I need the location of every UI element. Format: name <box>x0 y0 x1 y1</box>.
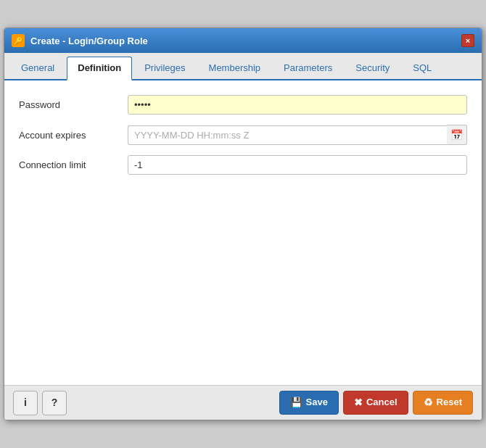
app-icon: 🔑 <box>12 34 25 47</box>
tab-definition[interactable]: Definition <box>67 57 132 80</box>
cancel-button[interactable]: ✖ Cancel <box>343 391 408 415</box>
tab-security[interactable]: Security <box>345 57 400 79</box>
account-expires-input[interactable] <box>128 125 447 145</box>
cancel-icon: ✖ <box>354 396 363 410</box>
tab-membership[interactable]: Membership <box>198 57 272 79</box>
dialog-title: Create - Login/Group Role <box>30 36 148 46</box>
footer-left: i ? <box>13 391 67 415</box>
footer-right: 💾 Save ✖ Cancel ♻ Reset <box>279 391 473 415</box>
reset-button[interactable]: ♻ Reset <box>413 391 473 415</box>
password-input[interactable] <box>128 95 467 115</box>
save-button[interactable]: 💾 Save <box>279 391 339 415</box>
dialog-create-login-group-role: 🔑 Create - Login/Group Role × General De… <box>4 28 482 420</box>
connection-limit-wrapper <box>128 155 467 175</box>
close-button[interactable]: × <box>461 34 474 47</box>
tab-privileges[interactable]: Privileges <box>133 57 196 79</box>
title-bar: 🔑 Create - Login/Group Role × <box>4 28 482 53</box>
help-button[interactable]: ? <box>42 391 67 415</box>
reset-label: Reset <box>437 396 462 409</box>
cancel-label: Cancel <box>366 396 398 409</box>
account-expires-row: Account expires 📅 <box>19 125 467 145</box>
tab-parameters[interactable]: Parameters <box>273 57 343 79</box>
info-button[interactable]: i <box>13 391 38 415</box>
calendar-button[interactable]: 📅 <box>447 125 467 145</box>
account-expires-wrapper: 📅 <box>128 125 467 145</box>
password-row: Password <box>19 95 467 115</box>
password-label: Password <box>19 99 128 110</box>
connection-limit-row: Connection limit <box>19 155 467 175</box>
password-wrapper <box>128 95 467 115</box>
tab-general[interactable]: General <box>10 57 65 79</box>
connection-limit-input[interactable] <box>128 155 467 175</box>
footer: i ? 💾 Save ✖ Cancel ♻ Reset <box>4 385 482 420</box>
account-expires-label: Account expires <box>19 130 128 141</box>
account-expires-input-group: 📅 <box>128 125 467 145</box>
tab-bar: General Definition Privileges Membership… <box>4 53 482 80</box>
tab-sql[interactable]: SQL <box>402 57 442 79</box>
content-area: Password Account expires 📅 Connection li… <box>4 80 482 385</box>
title-bar-left: 🔑 Create - Login/Group Role <box>12 34 148 47</box>
save-icon: 💾 <box>290 396 302 410</box>
save-label: Save <box>306 396 328 409</box>
reset-icon: ♻ <box>424 396 433 410</box>
connection-limit-label: Connection limit <box>19 159 128 170</box>
